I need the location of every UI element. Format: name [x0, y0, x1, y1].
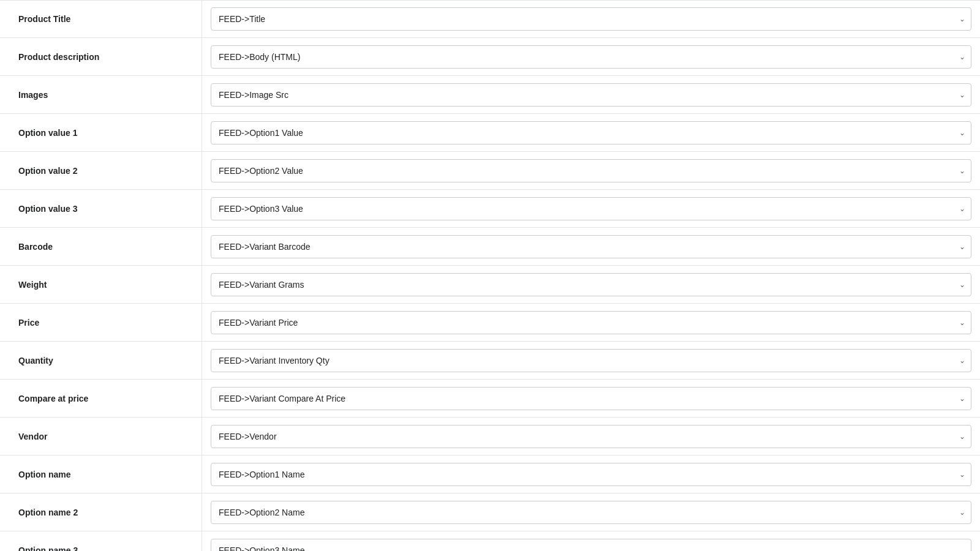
select-wrapper-quantity: FEED->Variant Inventory QtyFEED->Variant… — [211, 349, 971, 372]
form-row-vendor: VendorFEED->VendorFEED->Title⌄ — [0, 418, 980, 455]
select-vendor[interactable]: FEED->VendorFEED->Title — [211, 425, 971, 448]
form-row-option-name-3: Option name 3FEED->Option3 NameFEED->Opt… — [0, 531, 980, 551]
select-option-value-1[interactable]: FEED->Option1 ValueFEED->Option2 ValueFE… — [211, 121, 971, 144]
select-option-value-3[interactable]: FEED->Option3 ValueFEED->Option1 ValueFE… — [211, 197, 971, 220]
input-cell-product-title: FEED->TitleFEED->Body (HTML)FEED->Image … — [202, 1, 980, 37]
label-option-value-1: Option value 1 — [0, 114, 202, 151]
form-row-images: ImagesFEED->Image SrcFEED->Title⌄ — [0, 76, 980, 114]
select-wrapper-option-name: FEED->Option1 NameFEED->Option2 NameFEED… — [211, 463, 971, 486]
select-option-name[interactable]: FEED->Option1 NameFEED->Option2 NameFEED… — [211, 463, 971, 486]
select-wrapper-option-name-3: FEED->Option3 NameFEED->Option1 NameFEED… — [211, 539, 971, 552]
label-vendor: Vendor — [0, 418, 202, 455]
input-cell-option-value-2: FEED->Option2 ValueFEED->Option1 ValueFE… — [202, 152, 980, 189]
select-option-name-3[interactable]: FEED->Option3 NameFEED->Option1 NameFEED… — [211, 539, 971, 552]
label-quantity: Quantity — [0, 342, 202, 379]
form-row-product-title: Product TitleFEED->TitleFEED->Body (HTML… — [0, 0, 980, 38]
input-cell-option-value-1: FEED->Option1 ValueFEED->Option2 ValueFE… — [202, 114, 980, 151]
input-cell-option-name: FEED->Option1 NameFEED->Option2 NameFEED… — [202, 455, 980, 493]
label-weight: Weight — [0, 266, 202, 303]
label-barcode: Barcode — [0, 228, 202, 265]
form-row-option-value-2: Option value 2FEED->Option2 ValueFEED->O… — [0, 152, 980, 190]
form-row-option-value-3: Option value 3FEED->Option3 ValueFEED->O… — [0, 190, 980, 228]
form-row-option-value-1: Option value 1FEED->Option1 ValueFEED->O… — [0, 114, 980, 152]
select-option-name-2[interactable]: FEED->Option2 NameFEED->Option1 NameFEED… — [211, 501, 971, 524]
input-cell-product-description: FEED->Body (HTML)FEED->Title⌄ — [202, 38, 980, 75]
form-row-barcode: BarcodeFEED->Variant BarcodeFEED->Varian… — [0, 228, 980, 266]
label-compare-at-price: Compare at price — [0, 380, 202, 417]
form-row-compare-at-price: Compare at priceFEED->Variant Compare At… — [0, 380, 980, 418]
select-images[interactable]: FEED->Image SrcFEED->Title — [211, 83, 971, 107]
select-wrapper-option-value-2: FEED->Option2 ValueFEED->Option1 ValueFE… — [211, 159, 971, 182]
select-compare-at-price[interactable]: FEED->Variant Compare At PriceFEED->Vari… — [211, 387, 971, 410]
label-product-description: Product description — [0, 38, 202, 75]
input-cell-images: FEED->Image SrcFEED->Title⌄ — [202, 76, 980, 113]
select-price[interactable]: FEED->Variant PriceFEED->Variant Compare… — [211, 311, 971, 334]
label-product-title: Product Title — [0, 1, 202, 37]
select-wrapper-product-title: FEED->TitleFEED->Body (HTML)FEED->Image … — [211, 7, 971, 31]
page-container: Product TitleFEED->TitleFEED->Body (HTML… — [0, 0, 980, 551]
form-row-price: PriceFEED->Variant PriceFEED->Variant Co… — [0, 304, 980, 342]
input-cell-option-name-2: FEED->Option2 NameFEED->Option1 NameFEED… — [202, 493, 980, 531]
label-price: Price — [0, 304, 202, 341]
form-row-option-name: Option nameFEED->Option1 NameFEED->Optio… — [0, 455, 980, 493]
select-wrapper-option-value-3: FEED->Option3 ValueFEED->Option1 ValueFE… — [211, 197, 971, 220]
form-row-quantity: QuantityFEED->Variant Inventory QtyFEED-… — [0, 342, 980, 380]
input-cell-compare-at-price: FEED->Variant Compare At PriceFEED->Vari… — [202, 380, 980, 417]
select-option-value-2[interactable]: FEED->Option2 ValueFEED->Option1 ValueFE… — [211, 159, 971, 182]
label-option-name: Option name — [0, 455, 202, 493]
input-cell-barcode: FEED->Variant BarcodeFEED->Variant Price… — [202, 228, 980, 265]
select-product-title[interactable]: FEED->TitleFEED->Body (HTML)FEED->Image … — [211, 7, 971, 31]
select-wrapper-compare-at-price: FEED->Variant Compare At PriceFEED->Vari… — [211, 387, 971, 410]
select-wrapper-option-value-1: FEED->Option1 ValueFEED->Option2 ValueFE… — [211, 121, 971, 144]
input-cell-quantity: FEED->Variant Inventory QtyFEED->Variant… — [202, 342, 980, 379]
form-row-weight: WeightFEED->Variant GramsFEED->Variant P… — [0, 266, 980, 304]
label-option-value-2: Option value 2 — [0, 152, 202, 189]
form-row-product-description: Product descriptionFEED->Body (HTML)FEED… — [0, 38, 980, 76]
select-wrapper-images: FEED->Image SrcFEED->Title⌄ — [211, 83, 971, 107]
input-cell-price: FEED->Variant PriceFEED->Variant Compare… — [202, 304, 980, 341]
select-wrapper-option-name-2: FEED->Option2 NameFEED->Option1 NameFEED… — [211, 501, 971, 524]
input-cell-vendor: FEED->VendorFEED->Title⌄ — [202, 418, 980, 455]
label-option-name-3: Option name 3 — [0, 531, 202, 551]
form-row-option-name-2: Option name 2FEED->Option2 NameFEED->Opt… — [0, 493, 980, 531]
select-weight[interactable]: FEED->Variant GramsFEED->Variant Price — [211, 273, 971, 296]
input-cell-option-value-3: FEED->Option3 ValueFEED->Option1 ValueFE… — [202, 190, 980, 227]
select-barcode[interactable]: FEED->Variant BarcodeFEED->Variant Price — [211, 235, 971, 258]
select-wrapper-vendor: FEED->VendorFEED->Title⌄ — [211, 425, 971, 448]
select-wrapper-barcode: FEED->Variant BarcodeFEED->Variant Price… — [211, 235, 971, 258]
label-images: Images — [0, 76, 202, 113]
select-wrapper-price: FEED->Variant PriceFEED->Variant Compare… — [211, 311, 971, 334]
label-option-name-2: Option name 2 — [0, 493, 202, 531]
label-option-value-3: Option value 3 — [0, 190, 202, 227]
input-cell-option-name-3: FEED->Option3 NameFEED->Option1 NameFEED… — [202, 531, 980, 551]
mapping-form: Product TitleFEED->TitleFEED->Body (HTML… — [0, 0, 980, 551]
select-wrapper-weight: FEED->Variant GramsFEED->Variant Price⌄ — [211, 273, 971, 296]
select-wrapper-product-description: FEED->Body (HTML)FEED->Title⌄ — [211, 45, 971, 69]
select-product-description[interactable]: FEED->Body (HTML)FEED->Title — [211, 45, 971, 69]
select-quantity[interactable]: FEED->Variant Inventory QtyFEED->Variant… — [211, 349, 971, 372]
input-cell-weight: FEED->Variant GramsFEED->Variant Price⌄ — [202, 266, 980, 303]
